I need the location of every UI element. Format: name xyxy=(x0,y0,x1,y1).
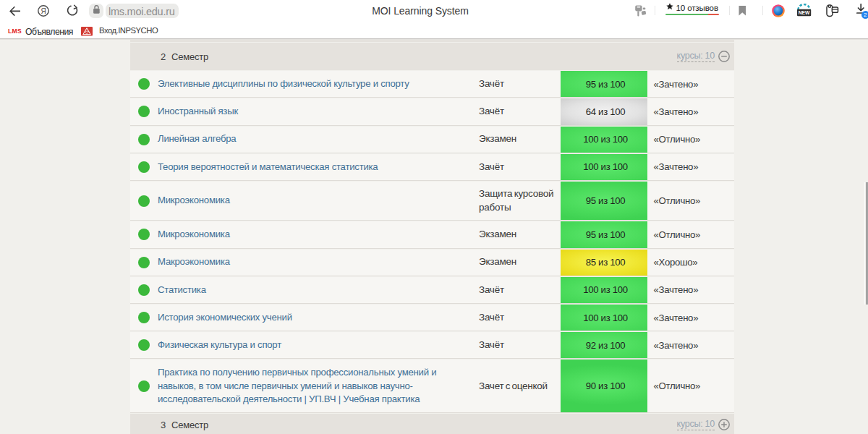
svg-text:Я: Я xyxy=(41,7,46,15)
svg-text:NEW: NEW xyxy=(798,10,809,15)
